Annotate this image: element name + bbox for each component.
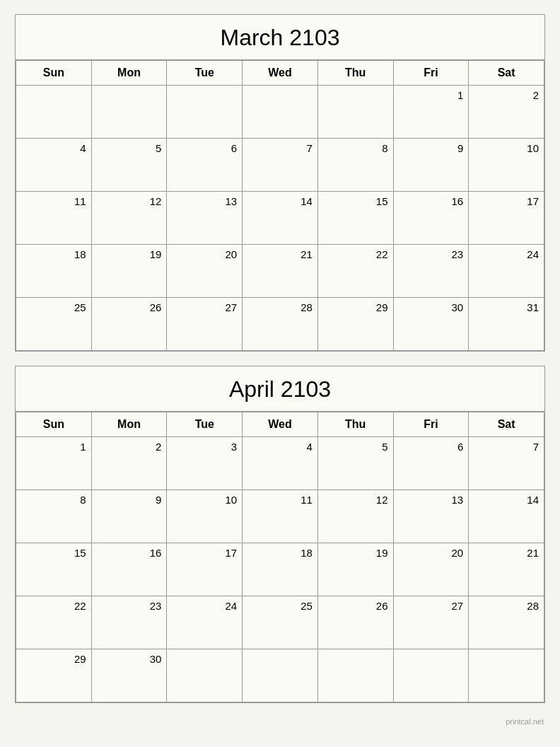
- march-grid: Sun Mon Tue Wed Thu Fri Sat 124567891011…: [16, 60, 544, 351]
- april-cell-14: 14: [469, 490, 544, 543]
- march-cell-8: 8: [317, 139, 393, 192]
- march-cell-empty-2: [167, 86, 243, 139]
- april-calendar: April 2103 Sun Mon Tue Wed Thu Fri Sat 1…: [15, 366, 545, 703]
- march-cell-18: 18: [16, 245, 92, 298]
- march-cell-27: 27: [167, 298, 243, 351]
- march-cell-16: 16: [393, 192, 469, 245]
- march-cell-7: 7: [243, 139, 318, 192]
- april-cell-16: 16: [91, 543, 167, 596]
- march-cell-29: 29: [317, 298, 393, 351]
- march-cell-19: 19: [91, 245, 167, 298]
- march-header-row: Sun Mon Tue Wed Thu Fri Sat: [16, 61, 544, 86]
- april-cell-3: 3: [167, 437, 243, 490]
- april-cell-5: 5: [317, 437, 393, 490]
- march-cell-9: 9: [393, 139, 469, 192]
- april-header-row: Sun Mon Tue Wed Thu Fri Sat: [16, 412, 544, 437]
- april-cell-2: 2: [91, 437, 167, 490]
- march-header-sun: Sun: [16, 61, 92, 86]
- april-title: April 2103: [16, 366, 544, 412]
- march-header-mon: Mon: [91, 61, 167, 86]
- march-cell-empty-3: [243, 86, 318, 139]
- march-header-thu: Thu: [317, 61, 393, 86]
- march-cell-4: 4: [16, 139, 92, 192]
- april-cell-9: 9: [91, 490, 167, 543]
- april-cell-25: 25: [243, 596, 318, 649]
- april-cell-8: 8: [16, 490, 92, 543]
- march-cell-20: 20: [167, 245, 243, 298]
- april-week-1: 891011121314: [16, 490, 544, 543]
- march-cell-10: 10: [469, 139, 544, 192]
- march-cell-15: 15: [317, 192, 393, 245]
- april-cell-empty-4-5: [393, 649, 469, 702]
- april-week-3: 22232425262728: [16, 596, 544, 649]
- march-cell-23: 23: [393, 245, 469, 298]
- march-week-4: 25262728293031: [16, 298, 544, 351]
- april-cell-17: 17: [167, 543, 243, 596]
- april-cell-23: 23: [91, 596, 167, 649]
- april-cell-empty-4-4: [317, 649, 393, 702]
- march-cell-: [317, 86, 393, 139]
- april-cell-22: 22: [16, 596, 92, 649]
- april-cell-7: 7: [469, 437, 544, 490]
- april-header-sun: Sun: [16, 412, 92, 437]
- march-title: March 2103: [16, 15, 544, 60]
- march-week-3: 18192021222324: [16, 245, 544, 298]
- march-header-fri: Fri: [393, 61, 469, 86]
- march-week-2: 11121314151617: [16, 192, 544, 245]
- march-cell-1: 1: [393, 86, 469, 139]
- april-header-tue: Tue: [167, 412, 243, 437]
- march-cell-17: 17: [469, 192, 544, 245]
- april-cell-21: 21: [469, 543, 544, 596]
- april-cell-20: 20: [393, 543, 469, 596]
- march-cell-empty-1: [91, 86, 167, 139]
- april-cell-26: 26: [317, 596, 393, 649]
- april-grid: Sun Mon Tue Wed Thu Fri Sat 123456789101…: [16, 412, 544, 702]
- april-cell-10: 10: [167, 490, 243, 543]
- march-cell-5: 5: [91, 139, 167, 192]
- april-cell-1: 1: [16, 437, 92, 490]
- march-cell-21: 21: [243, 245, 318, 298]
- watermark: printcal.net: [15, 717, 545, 726]
- march-cell-25: 25: [16, 298, 92, 351]
- march-cell-26: 26: [91, 298, 167, 351]
- march-cell-31: 31: [469, 298, 544, 351]
- march-week-0: 12: [16, 86, 544, 139]
- march-cell-24: 24: [469, 245, 544, 298]
- april-cell-28: 28: [469, 596, 544, 649]
- april-cell-19: 19: [317, 543, 393, 596]
- april-cell-15: 15: [16, 543, 92, 596]
- april-header-fri: Fri: [393, 412, 469, 437]
- march-header-sat: Sat: [469, 61, 544, 86]
- march-cell-30: 30: [393, 298, 469, 351]
- april-cell-18: 18: [243, 543, 318, 596]
- april-header-mon: Mon: [91, 412, 167, 437]
- april-cell-empty-4-2: [167, 649, 243, 702]
- march-cell-11: 11: [16, 192, 92, 245]
- march-cell-2: 2: [469, 86, 544, 139]
- april-week-4: 2930: [16, 649, 544, 702]
- march-body: 1245678910111213141516171819202122232425…: [16, 86, 544, 351]
- april-week-2: 15161718192021: [16, 543, 544, 596]
- april-cell-24: 24: [167, 596, 243, 649]
- march-calendar: March 2103 Sun Mon Tue Wed Thu Fri Sat 1…: [15, 14, 545, 352]
- april-cell-empty-4-3: [243, 649, 318, 702]
- april-cell-11: 11: [243, 490, 318, 543]
- april-cell-13: 13: [393, 490, 469, 543]
- march-cell-12: 12: [91, 192, 167, 245]
- april-cell-30: 30: [91, 649, 167, 702]
- march-cell-22: 22: [317, 245, 393, 298]
- march-cell-14: 14: [243, 192, 318, 245]
- april-cell-empty-4-6: [469, 649, 544, 702]
- march-cell-13: 13: [167, 192, 243, 245]
- april-header-thu: Thu: [317, 412, 393, 437]
- march-cell-28: 28: [243, 298, 318, 351]
- march-cell-empty-0: [16, 86, 92, 139]
- april-header-wed: Wed: [243, 412, 318, 437]
- april-cell-4: 4: [243, 437, 318, 490]
- march-header-tue: Tue: [167, 61, 243, 86]
- april-cell-6: 6: [393, 437, 469, 490]
- april-week-0: 1234567: [16, 437, 544, 490]
- april-header-sat: Sat: [469, 412, 544, 437]
- march-cell-6: 6: [167, 139, 243, 192]
- april-cell-12: 12: [317, 490, 393, 543]
